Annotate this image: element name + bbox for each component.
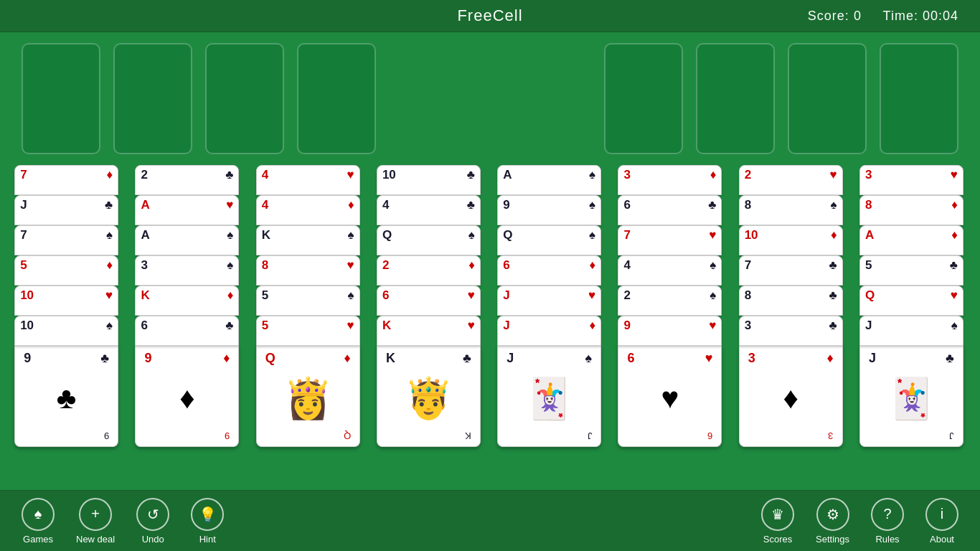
toolbar-btn-about[interactable]: iAbout <box>925 498 958 545</box>
card-col7-1[interactable]: 8 ♠ <box>739 195 843 225</box>
card-col1-2[interactable]: 7 ♠ <box>14 225 118 255</box>
card-col8-1[interactable]: 8 ♦ <box>859 195 963 225</box>
freecell-1[interactable] <box>22 43 100 154</box>
card-col8-6[interactable]: J ♣ 🃏 J <box>859 346 963 447</box>
foundation-1[interactable] <box>604 43 683 154</box>
column-1[interactable]: 7 ♦ J ♣ 7 ♠ 5 ♦ 10 ♥ 10 ♠ 9 ♣ <box>14 165 121 447</box>
foundation-4[interactable] <box>880 43 958 154</box>
card-col8-2[interactable]: A ♦ <box>859 225 963 255</box>
card-col4-0[interactable]: 10 ♣ <box>377 165 481 195</box>
card-col4-3[interactable]: 2 ♦ <box>377 255 481 286</box>
column-8[interactable]: 3 ♥ 8 ♦ A ♦ 5 ♣ Q ♥ J ♠ J ♣ <box>859 165 966 447</box>
card-col6-1[interactable]: 6 ♣ <box>618 195 722 225</box>
about-icon: i <box>925 498 958 531</box>
card-col6-3[interactable]: 4 ♠ <box>618 255 722 286</box>
card-col5-5[interactable]: J ♦ <box>497 316 601 346</box>
card-col3-3[interactable]: 8 ♥ <box>256 255 360 286</box>
toolbar-btn-games[interactable]: ♠Games <box>22 498 55 545</box>
foundation-2[interactable] <box>696 43 775 154</box>
card-col2-3[interactable]: 3 ♠ <box>135 255 239 286</box>
scores-label: Scores <box>763 534 792 545</box>
hint-icon: 💡 <box>191 498 224 531</box>
column-4[interactable]: 10 ♣ 4 ♣ Q ♠ 2 ♦ 6 ♥ K ♥ K ♣ <box>377 165 483 447</box>
card-col5-3[interactable]: 6 ♦ <box>497 255 601 286</box>
score-label: Score: <box>808 9 849 23</box>
card-col2-1[interactable]: A ♥ <box>135 195 239 225</box>
freecell-2[interactable] <box>113 43 192 154</box>
settings-label: Settings <box>816 534 849 545</box>
card-col6-5[interactable]: 9 ♥ <box>618 316 722 346</box>
column-3[interactable]: 4 ♥ 4 ♦ K ♠ 8 ♥ 5 ♠ 5 ♥ Q ♦ <box>256 165 362 447</box>
card-col3-2[interactable]: K ♠ <box>256 225 360 255</box>
card-col3-4[interactable]: 5 ♠ <box>256 286 360 316</box>
card-col5-1[interactable]: 9 ♠ <box>497 195 601 225</box>
card-col5-6[interactable]: J ♠ 🃏 J <box>497 346 601 447</box>
card-col2-0[interactable]: 2 ♣ <box>135 165 239 195</box>
card-col2-5[interactable]: 6 ♣ <box>135 316 239 346</box>
game-title: FreeCell <box>457 6 522 25</box>
new-deal-icon: + <box>79 498 112 531</box>
card-col3-1[interactable]: 4 ♦ <box>256 195 360 225</box>
undo-icon: ↺ <box>136 498 169 531</box>
rules-icon: ? <box>871 498 904 531</box>
card-col7-0[interactable]: 2 ♥ <box>739 165 843 195</box>
card-col6-0[interactable]: 3 ♦ <box>618 165 722 195</box>
card-col7-6[interactable]: 3 ♦ ♦ 3 <box>739 346 843 447</box>
placeholders-row <box>0 32 980 165</box>
card-col8-3[interactable]: 5 ♣ <box>859 255 963 286</box>
card-col4-2[interactable]: Q ♠ <box>377 225 481 255</box>
card-col7-4[interactable]: 8 ♣ <box>739 286 843 316</box>
column-6[interactable]: 3 ♦ 6 ♣ 7 ♥ 4 ♠ 2 ♠ 9 ♥ 6 ♥ <box>618 165 724 447</box>
card-col7-2[interactable]: 10 ♦ <box>739 225 843 255</box>
hint-label: Hint <box>199 534 216 545</box>
card-col2-6[interactable]: 9 ♦ ♦ 9 <box>135 346 239 447</box>
card-col5-4[interactable]: J ♥ <box>497 286 601 316</box>
card-col2-2[interactable]: A ♠ <box>135 225 239 255</box>
column-7[interactable]: 2 ♥ 8 ♠ 10 ♦ 7 ♣ 8 ♣ 3 ♣ 3 ♦ <box>739 165 845 447</box>
card-col6-4[interactable]: 2 ♠ <box>618 286 722 316</box>
rules-label: Rules <box>875 534 899 545</box>
card-col6-2[interactable]: 7 ♥ <box>618 225 722 255</box>
about-label: About <box>930 534 954 545</box>
freecell-4[interactable] <box>297 43 376 154</box>
toolbar-btn-settings[interactable]: ⚙Settings <box>816 498 849 545</box>
card-col4-6[interactable]: K ♣ 🤴 K <box>377 346 481 447</box>
card-col1-3[interactable]: 5 ♦ <box>14 255 118 286</box>
card-col3-6[interactable]: Q ♦ 👸 Q <box>256 346 360 447</box>
undo-label: Undo <box>142 534 164 545</box>
card-col1-1[interactable]: J ♣ <box>14 195 118 225</box>
card-col5-0[interactable]: A ♠ <box>497 165 601 195</box>
card-col1-6[interactable]: 9 ♣ ♣ 9 <box>14 346 118 447</box>
new-deal-label: New deal <box>76 534 115 545</box>
toolbar-btn-new-deal[interactable]: +New deal <box>76 498 115 545</box>
card-col3-5[interactable]: 5 ♥ <box>256 316 360 346</box>
card-col8-4[interactable]: Q ♥ <box>859 286 963 316</box>
games-icon: ♠ <box>22 498 55 531</box>
card-col4-1[interactable]: 4 ♣ <box>377 195 481 225</box>
card-col1-5[interactable]: 10 ♠ <box>14 316 118 346</box>
card-col7-5[interactable]: 3 ♣ <box>739 316 843 346</box>
toolbar: ♠Games+New deal↺Undo💡Hint ♛Scores⚙Settin… <box>0 490 980 551</box>
card-col8-5[interactable]: J ♠ <box>859 316 963 346</box>
card-col1-0[interactable]: 7 ♦ <box>14 165 118 195</box>
foundation-3[interactable] <box>788 43 867 154</box>
card-col2-4[interactable]: K ♦ <box>135 286 239 316</box>
toolbar-btn-hint[interactable]: 💡Hint <box>191 498 224 545</box>
column-5[interactable]: A ♠ 9 ♠ Q ♠ 6 ♦ J ♥ J ♦ J ♠ <box>497 165 603 447</box>
card-col3-0[interactable]: 4 ♥ <box>256 165 360 195</box>
toolbar-btn-rules[interactable]: ?Rules <box>871 498 904 545</box>
score-time-display: Score: 0 Time: 00:04 <box>808 9 958 24</box>
card-col8-0[interactable]: 3 ♥ <box>859 165 963 195</box>
card-col6-6[interactable]: 6 ♥ ♥ 6 <box>618 346 722 447</box>
time-label: Time: <box>883 9 918 23</box>
time-value: 00:04 <box>923 9 958 23</box>
toolbar-btn-scores[interactable]: ♛Scores <box>761 498 794 545</box>
column-2[interactable]: 2 ♣ A ♥ A ♠ 3 ♠ K ♦ 6 ♣ 9 ♦ <box>135 165 241 447</box>
card-col4-4[interactable]: 6 ♥ <box>377 286 481 316</box>
card-col1-4[interactable]: 10 ♥ <box>14 286 118 316</box>
card-col4-5[interactable]: K ♥ <box>377 316 481 346</box>
toolbar-btn-undo[interactable]: ↺Undo <box>136 498 169 545</box>
card-col5-2[interactable]: Q ♠ <box>497 225 601 255</box>
card-col7-3[interactable]: 7 ♣ <box>739 255 843 286</box>
freecell-3[interactable] <box>205 43 284 154</box>
